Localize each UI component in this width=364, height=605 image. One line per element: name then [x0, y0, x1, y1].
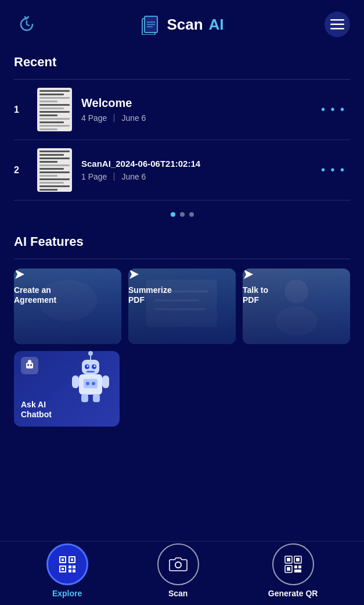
nav-generate-qr[interactable]: Generate QR: [268, 543, 318, 598]
svg-rect-57: [287, 558, 290, 561]
item-date-2: June 6: [121, 172, 146, 181]
explore-circle: [46, 543, 88, 585]
create-card-label: Create anAgreement: [14, 285, 121, 305]
item-name-2: ScanAI_2024-06-06T21:02:14: [81, 159, 316, 169]
svg-rect-30: [84, 379, 98, 388]
features-top-row: Create anAgreement: [14, 269, 350, 344]
svg-point-32: [92, 382, 95, 385]
meta-divider-1: [114, 114, 114, 122]
recent-section: Recent 1: [0, 55, 364, 217]
recent-item-1[interactable]: 1 Welcome: [14, 80, 350, 140]
svg-point-31: [86, 382, 89, 385]
svg-rect-63: [298, 565, 301, 568]
svg-rect-50: [62, 568, 64, 570]
svg-rect-38: [28, 360, 31, 363]
svg-point-28: [94, 366, 96, 367]
svg-rect-34: [102, 375, 109, 388]
ai-features-title: AI Features: [14, 234, 350, 249]
svg-rect-7: [330, 28, 344, 30]
menu-button[interactable]: [325, 12, 350, 37]
chatbot-card-label: Ask AIChatbot: [21, 400, 52, 420]
title-scan: Scan: [167, 16, 203, 34]
svg-rect-37: [26, 363, 33, 368]
create-card-content: Create anAgreement: [14, 269, 121, 305]
item-thumbnail-1: [37, 88, 72, 131]
nav-scan[interactable]: Scan: [157, 543, 199, 598]
item-date-1: June 6: [121, 113, 146, 123]
svg-marker-10: [15, 270, 24, 279]
svg-point-39: [27, 364, 29, 366]
svg-marker-16: [129, 270, 139, 279]
svg-rect-5: [330, 19, 344, 21]
item-info-2: ScanAI_2024-06-06T21:02:14 1 Page June 6: [81, 159, 316, 181]
feature-card-create[interactable]: Create anAgreement: [14, 269, 121, 344]
nav-explore[interactable]: Explore: [46, 543, 88, 598]
svg-rect-53: [69, 570, 71, 572]
svg-point-27: [87, 366, 89, 367]
svg-rect-62: [294, 565, 297, 568]
features-bottom-row: Ask AIChatbot: [14, 351, 350, 427]
feature-card-talk[interactable]: Talk toPDF: [243, 269, 350, 344]
item-meta-1: 4 Page June 6: [81, 113, 316, 123]
scan-label: Scan: [168, 589, 188, 598]
ai-features-section: AI Features: [0, 234, 364, 427]
scan-circle: [157, 543, 199, 585]
summarize-card-label: SummerizePDF: [128, 285, 236, 305]
svg-rect-29: [87, 371, 95, 373]
dot-2[interactable]: [180, 212, 185, 217]
svg-rect-59: [296, 558, 300, 561]
chatbot-mini-icon: [21, 357, 38, 374]
item-name-1: Welcome: [81, 96, 316, 110]
svg-rect-44: [62, 559, 64, 561]
item-thumbnail-2: [37, 148, 72, 192]
svg-rect-61: [287, 567, 290, 571]
generate-qr-circle: [272, 543, 314, 585]
item-pages-2: 1 Page: [81, 172, 107, 181]
item-number-2: 2: [14, 165, 28, 176]
svg-rect-36: [93, 394, 100, 402]
talk-card-label: Talk toPDF: [243, 285, 350, 305]
svg-rect-47: [71, 559, 73, 561]
feature-card-chatbot[interactable]: Ask AIChatbot: [14, 351, 120, 427]
item-meta-2: 1 Page June 6: [81, 172, 316, 181]
title-ai: AI: [209, 16, 224, 34]
svg-rect-52: [73, 565, 75, 568]
svg-point-40: [30, 364, 32, 366]
talk-card-content: Talk toPDF: [243, 269, 350, 305]
features-divider: [14, 259, 350, 259]
svg-rect-35: [81, 394, 88, 402]
recent-title: Recent: [14, 55, 350, 70]
summarize-send-icon: [128, 269, 236, 283]
pagination-dots: [14, 212, 350, 217]
item-more-button-1[interactable]: • • •: [316, 101, 350, 119]
item-pages-1: 4 Page: [81, 113, 107, 123]
svg-rect-51: [69, 565, 71, 568]
generate-qr-label: Generate QR: [268, 589, 318, 598]
header: Scan AI: [0, 0, 364, 49]
item-info-1: Welcome 4 Page June 6: [81, 96, 316, 123]
svg-rect-6: [330, 24, 344, 26]
bottom-nav: Explore Scan: [0, 541, 364, 605]
talk-send-icon: [243, 269, 350, 283]
dot-3[interactable]: [189, 212, 194, 217]
svg-point-24: [88, 351, 93, 356]
feature-card-summarize[interactable]: SummerizePDF: [128, 269, 236, 344]
summarize-card-content: SummerizePDF: [128, 269, 236, 305]
create-send-icon: [14, 269, 121, 283]
svg-point-55: [175, 562, 181, 568]
app-title: Scan AI: [140, 14, 224, 35]
item-more-button-2[interactable]: • • •: [316, 161, 350, 179]
svg-rect-54: [73, 570, 75, 572]
meta-divider-2: [114, 173, 114, 181]
chatbot-card-content: Ask AIChatbot: [21, 400, 52, 420]
history-button[interactable]: [14, 12, 39, 37]
svg-rect-33: [72, 375, 79, 388]
svg-marker-20: [244, 270, 253, 279]
svg-rect-64: [294, 570, 301, 572]
recent-item-2[interactable]: 2 ScanAI_2024-06-06T2: [14, 140, 350, 201]
dot-1[interactable]: [171, 212, 175, 217]
item-number-1: 1: [14, 105, 28, 115]
robot-illustration: [67, 351, 114, 403]
explore-label: Explore: [52, 589, 82, 598]
